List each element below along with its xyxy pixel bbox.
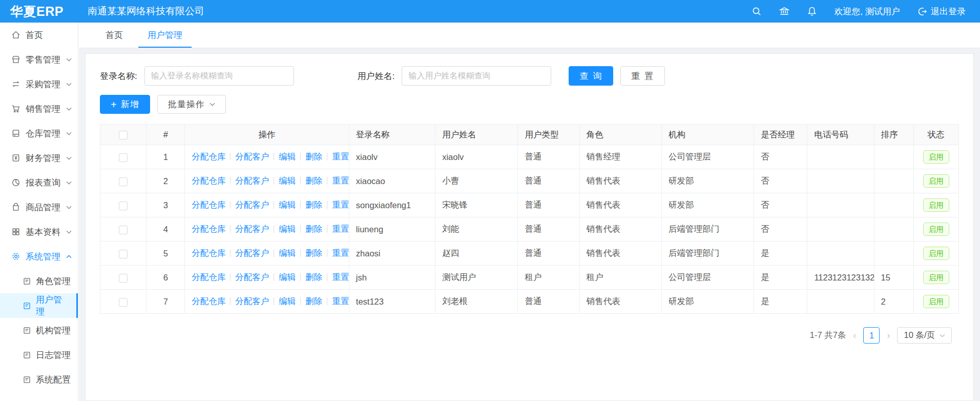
action-edit[interactable]: 编辑 (279, 200, 296, 209)
tab-home[interactable]: 首页 (93, 23, 135, 48)
action-edit[interactable]: 编辑 (279, 176, 296, 185)
page-1-button[interactable]: 1 (863, 327, 880, 344)
row-checkbox[interactable] (119, 177, 128, 186)
action-delete[interactable]: 删除 (305, 272, 322, 282)
cell-type: 普通 (518, 169, 579, 193)
search-icon[interactable] (752, 6, 762, 16)
col-header-actions: 操作 (185, 125, 349, 145)
action-reset-password[interactable]: 重置密码 (332, 200, 349, 209)
action-reset-password[interactable]: 重置密码 (332, 296, 349, 306)
tab-user-management[interactable]: 用户管理 (135, 23, 195, 48)
bell-icon[interactable] (807, 6, 817, 16)
action-assign-warehouse[interactable]: 分配仓库 (192, 176, 225, 185)
row-checkbox[interactable] (119, 298, 128, 307)
action-assign-warehouse[interactable]: 分配仓库 (192, 224, 225, 233)
sidebar-item-reports[interactable]: 报表查询 (0, 170, 78, 195)
query-button[interactable]: 查 询 (569, 66, 613, 86)
select-all-checkbox[interactable] (119, 131, 128, 139)
app-header: 华夏ERP 南通某某网络科技有限公司 欢迎您, 测试用户 退出登录 (0, 0, 980, 23)
sidebar-item-role-management[interactable]: 角色管理 (0, 269, 78, 293)
sidebar-item-system-config[interactable]: 系统配置 (0, 367, 78, 392)
action-edit[interactable]: 编辑 (279, 272, 296, 282)
sidebar-item-sales[interactable]: 销售管理 (0, 96, 78, 121)
action-assign-warehouse[interactable]: 分配仓库 (192, 248, 225, 257)
logout-button[interactable]: 退出登录 (918, 6, 966, 17)
sidebar-item-warehouse[interactable]: 仓库管理 (0, 121, 78, 146)
action-assign-customer[interactable]: 分配客户 (235, 200, 269, 209)
action-delete[interactable]: 删除 (305, 176, 322, 185)
action-assign-customer[interactable]: 分配客户 (235, 272, 269, 282)
user-name-label: 用户姓名: (358, 70, 395, 82)
action-reset-password[interactable]: 重置密码 (332, 272, 349, 282)
action-assign-customer[interactable]: 分配客户 (235, 152, 269, 161)
action-delete[interactable]: 删除 (305, 200, 322, 209)
action-assign-customer[interactable]: 分配客户 (235, 224, 269, 233)
cell-name: 刘老根 (435, 290, 518, 314)
sidebar-item-home[interactable]: 首页 (0, 23, 78, 47)
status-badge: 启用 (923, 271, 949, 285)
sidebar-subitem-label: 日志管理 (36, 349, 71, 361)
app-logo[interactable]: 华夏ERP (0, 3, 78, 20)
sidebar-item-org-management[interactable]: 机构管理 (0, 318, 78, 343)
action-delete[interactable]: 删除 (305, 248, 322, 257)
action-reset-password[interactable]: 重置密码 (332, 248, 349, 257)
sidebar-item-user-management[interactable]: 用户管理 (0, 293, 78, 318)
row-checkbox[interactable] (119, 202, 128, 210)
sidebar-item-log-management[interactable]: 日志管理 (0, 343, 78, 367)
sidebar-item-retail[interactable]: 零售管理 (0, 47, 78, 72)
gear-icon (11, 252, 20, 261)
page-size-select[interactable]: 10 条/页 (897, 327, 952, 344)
row-checkbox[interactable] (119, 274, 128, 283)
user-name-input[interactable] (402, 66, 551, 86)
action-assign-customer[interactable]: 分配客户 (235, 248, 269, 257)
action-delete[interactable]: 删除 (305, 296, 322, 306)
swap-icon (11, 79, 20, 89)
next-page-button[interactable]: › (887, 330, 890, 341)
row-checkbox[interactable] (119, 226, 128, 234)
action-edit[interactable]: 编辑 (279, 296, 296, 306)
sidebar-item-system[interactable]: 系统管理 (0, 244, 78, 269)
cell-role: 销售代表 (579, 193, 661, 217)
prev-page-button[interactable]: ‹ (853, 330, 856, 341)
sidebar-item-label: 零售管理 (26, 54, 60, 66)
action-delete[interactable]: 删除 (305, 152, 322, 161)
action-separator (274, 273, 274, 281)
sidebar-item-purchase[interactable]: 采购管理 (0, 72, 78, 96)
sidebar-item-base-data[interactable]: 基本资料 (0, 219, 78, 244)
profile-icon (23, 302, 31, 310)
add-button[interactable]: + 新增 (100, 95, 150, 114)
cell-org: 研发部 (661, 193, 754, 217)
action-assign-warehouse[interactable]: 分配仓库 (192, 272, 225, 282)
action-assign-warehouse[interactable]: 分配仓库 (192, 200, 225, 209)
sidebar-item-goods[interactable]: 商品管理 (0, 195, 78, 219)
company-name: 南通某某网络科技有限公司 (78, 5, 204, 18)
bank-icon[interactable] (779, 6, 789, 16)
col-header-index: # (147, 125, 185, 145)
cell-org: 公司管理层 (661, 145, 754, 169)
cell-type: 普通 (518, 193, 579, 217)
login-name-input[interactable] (144, 66, 294, 86)
status-badge: 启用 (923, 150, 949, 164)
action-assign-warehouse[interactable]: 分配仓库 (192, 152, 225, 161)
sidebar-item-finance[interactable]: 财务管理 (0, 146, 78, 170)
cell-org: 研发部 (661, 290, 754, 314)
action-edit[interactable]: 编辑 (279, 224, 296, 233)
action-assign-customer[interactable]: 分配客户 (235, 296, 269, 306)
action-edit[interactable]: 编辑 (279, 248, 296, 257)
action-assign-warehouse[interactable]: 分配仓库 (192, 296, 225, 306)
action-delete[interactable]: 删除 (305, 224, 322, 233)
action-assign-customer[interactable]: 分配客户 (235, 176, 269, 185)
action-reset-password[interactable]: 重置密码 (332, 176, 349, 185)
action-reset-password[interactable]: 重置密码 (332, 224, 349, 233)
action-edit[interactable]: 编辑 (279, 152, 296, 161)
row-checkbox[interactable] (119, 250, 128, 258)
cell-phone (807, 169, 874, 193)
action-reset-password[interactable]: 重置密码 (332, 152, 349, 161)
row-checkbox[interactable] (119, 153, 128, 162)
cell-login: songxiaofeng1 (349, 193, 435, 217)
reset-button[interactable]: 重 置 (620, 66, 665, 86)
batch-operations-button[interactable]: 批量操作 (157, 95, 226, 114)
action-separator (274, 201, 274, 209)
user-management-panel: 登录名称: 用户姓名: 查 询 重 置 + 新增 批量操作 (85, 53, 974, 401)
cell-name: 宋晓锋 (435, 193, 518, 217)
